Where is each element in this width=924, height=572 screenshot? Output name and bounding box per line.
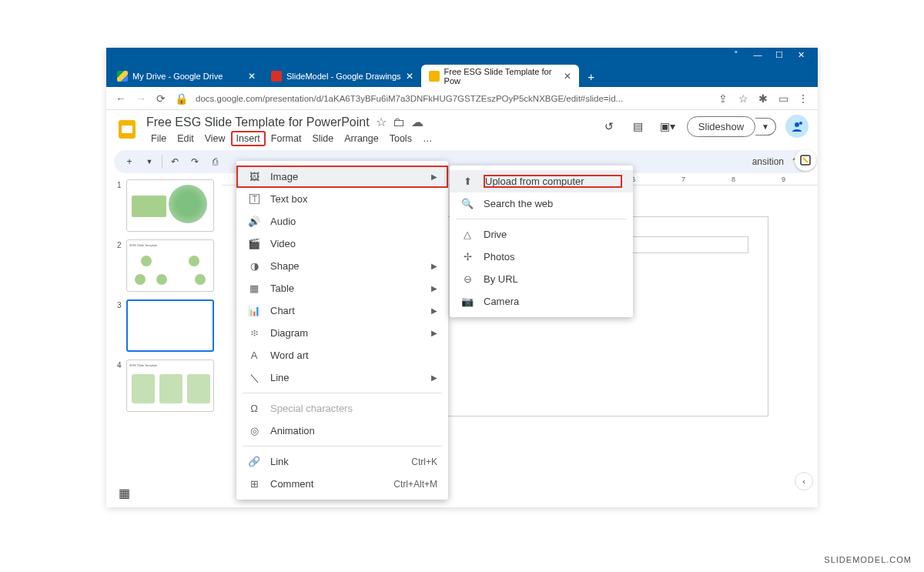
slide-thumbnails: 1 2 ESG Slide Template bbox=[106, 173, 222, 507]
history-icon[interactable]: ↺ bbox=[599, 116, 619, 136]
insert-textbox-item[interactable]: 🅃 Text box bbox=[236, 188, 448, 210]
search-web-item[interactable]: 🔍 Search the web bbox=[450, 192, 633, 215]
browser-tab-slides[interactable]: Free ESG Slide Template for Pow ✕ bbox=[421, 65, 579, 87]
thumbnail-3[interactable]: 3 bbox=[114, 299, 214, 352]
extensions-icon[interactable]: ✱ bbox=[755, 90, 772, 107]
menu-item-label: Drive bbox=[484, 229, 622, 240]
document-title[interactable]: Free ESG Slide Template for PowerPoint bbox=[146, 115, 370, 129]
camera-item[interactable]: 📷 Camera bbox=[450, 290, 633, 313]
menu-item-label: Video bbox=[270, 238, 437, 249]
share-page-icon[interactable]: ⇪ bbox=[715, 90, 732, 107]
nav-back-button[interactable]: ← bbox=[112, 90, 129, 107]
window-chevron-icon[interactable]: ˅ bbox=[725, 48, 747, 62]
bookmark-star-icon[interactable]: ☆ bbox=[735, 90, 752, 107]
menu-slide[interactable]: Slide bbox=[307, 132, 338, 146]
transition-button[interactable]: ansition bbox=[752, 156, 784, 167]
drive-item[interactable]: △ Drive bbox=[450, 223, 633, 246]
insert-shape-item[interactable]: ◑ Shape ▶ bbox=[236, 255, 448, 277]
insert-video-item[interactable]: 🎬 Video bbox=[236, 232, 448, 255]
insert-diagram-item[interactable]: ፨ Diagram ▶ bbox=[236, 322, 448, 344]
menu-item-label: Image bbox=[270, 171, 422, 182]
menu-more[interactable]: … bbox=[418, 132, 437, 146]
diagram-icon: ፨ bbox=[247, 327, 261, 340]
menu-item-label: Search the web bbox=[484, 198, 622, 209]
special-chars-icon: Ω bbox=[247, 403, 261, 414]
star-icon[interactable]: ☆ bbox=[376, 115, 387, 129]
menu-insert[interactable]: Insert bbox=[232, 132, 265, 146]
insert-wordart-item[interactable]: A Word art bbox=[236, 344, 448, 366]
nav-reload-button[interactable]: ⟳ bbox=[152, 90, 169, 107]
window-maximize-button[interactable]: ☐ bbox=[768, 48, 790, 62]
page-number: 2 bbox=[114, 239, 122, 292]
window-close-button[interactable]: ✕ bbox=[790, 48, 812, 62]
share-button[interactable] bbox=[785, 115, 808, 138]
insert-image-item[interactable]: 🖼 Image ▶ bbox=[236, 166, 448, 188]
tab-close-icon[interactable]: ✕ bbox=[564, 71, 571, 82]
thumbnail-4[interactable]: 4 ESG Slide Template bbox=[114, 360, 214, 412]
tab-title: My Drive - Google Drive bbox=[132, 72, 223, 81]
side-panel-toggle[interactable] bbox=[795, 149, 816, 171]
animation-icon: ◎ bbox=[247, 425, 261, 437]
nav-forward-button[interactable]: → bbox=[132, 90, 149, 107]
drive-icon: △ bbox=[460, 229, 474, 240]
by-url-item[interactable]: ⊖ By URL bbox=[450, 268, 633, 290]
site-lock-icon[interactable]: 🔒 bbox=[172, 90, 189, 107]
link-icon: 🔗 bbox=[247, 456, 261, 467]
menu-file[interactable]: File bbox=[146, 132, 171, 146]
shortcut-label: Ctrl+Alt+M bbox=[393, 479, 437, 490]
new-tab-button[interactable]: + bbox=[582, 67, 601, 85]
menu-format[interactable]: Format bbox=[266, 132, 306, 146]
menu-view[interactable]: View bbox=[200, 132, 230, 146]
meet-icon[interactable]: ▣▾ bbox=[658, 116, 678, 136]
comments-icon[interactable]: ▤ bbox=[628, 116, 648, 136]
photos-item[interactable]: ✢ Photos bbox=[450, 246, 633, 268]
slideshow-dropdown-button[interactable]: ▼ bbox=[755, 118, 776, 135]
submenu-arrow-icon: ▶ bbox=[431, 373, 437, 382]
browser-tab-drive[interactable]: My Drive - Google Drive ✕ bbox=[109, 65, 263, 87]
thumbnail-2[interactable]: 2 ESG Slide Template bbox=[114, 239, 214, 292]
menu-item-label: Photos bbox=[484, 251, 622, 263]
tab-close-icon[interactable]: ✕ bbox=[406, 71, 413, 82]
menu-tools[interactable]: Tools bbox=[385, 132, 417, 146]
insert-comment-item[interactable]: ⊞ Comment Ctrl+Alt+M bbox=[236, 473, 448, 495]
slides-logo-icon[interactable] bbox=[116, 118, 139, 141]
wordart-icon: A bbox=[247, 350, 261, 361]
new-slide-dropdown[interactable]: ▼ bbox=[142, 154, 157, 169]
page-number: 3 bbox=[114, 299, 122, 352]
menu-arrange[interactable]: Arrange bbox=[340, 132, 383, 146]
svg-rect-1 bbox=[122, 125, 132, 133]
table-icon: ▦ bbox=[247, 283, 261, 294]
insert-table-item[interactable]: ▦ Table ▶ bbox=[236, 277, 448, 299]
upload-icon: ⬆ bbox=[460, 176, 474, 187]
search-icon: 🔍 bbox=[460, 198, 474, 209]
reader-icon[interactable]: ▭ bbox=[775, 90, 792, 107]
new-slide-button[interactable]: + bbox=[122, 154, 137, 169]
insert-animation-item[interactable]: ◎ Animation bbox=[236, 420, 448, 442]
insert-link-item[interactable]: 🔗 Link Ctrl+K bbox=[236, 450, 448, 473]
title-line: Free ESG Slide Template for PowerPoint ☆… bbox=[146, 115, 437, 129]
insert-audio-item[interactable]: 🔊 Audio bbox=[236, 210, 448, 232]
tab-close-icon[interactable]: ✕ bbox=[248, 71, 256, 82]
upload-from-computer-item[interactable]: ⬆ Upload from computer bbox=[450, 170, 633, 192]
tab-title: SlideModel - Google Drawings bbox=[286, 72, 401, 81]
submenu-arrow-icon: ▶ bbox=[431, 329, 437, 337]
grid-view-button[interactable]: ▦ bbox=[116, 484, 132, 501]
move-folder-icon[interactable]: 🗀 bbox=[393, 115, 405, 129]
print-button[interactable]: ⎙ bbox=[207, 154, 223, 169]
cloud-status-icon[interactable]: ☁ bbox=[411, 115, 424, 129]
slideshow-button[interactable]: Slideshow bbox=[687, 116, 755, 137]
explore-collapse-button[interactable]: ‹ bbox=[795, 472, 813, 490]
window-minimize-button[interactable]: — bbox=[747, 48, 768, 62]
undo-button[interactable]: ↶ bbox=[167, 154, 182, 169]
menu-item-label: Link bbox=[270, 456, 402, 467]
browser-tab-drawings[interactable]: SlideModel - Google Drawings ✕ bbox=[263, 65, 421, 87]
thumbnail-1[interactable]: 1 bbox=[114, 179, 214, 232]
browser-menu-icon[interactable]: ⋮ bbox=[795, 90, 812, 107]
insert-chart-item[interactable]: 📊 Chart ▶ bbox=[236, 299, 448, 322]
url-icon: ⊖ bbox=[460, 273, 474, 285]
redo-button[interactable]: ↷ bbox=[187, 154, 203, 169]
insert-line-item[interactable]: ＼ Line ▶ bbox=[236, 366, 448, 389]
url-text[interactable]: docs.google.com/presentation/d/1aKA6T3yB… bbox=[192, 94, 711, 103]
tab-title: Free ESG Slide Template for Pow bbox=[444, 67, 559, 85]
menu-edit[interactable]: Edit bbox=[172, 132, 199, 146]
